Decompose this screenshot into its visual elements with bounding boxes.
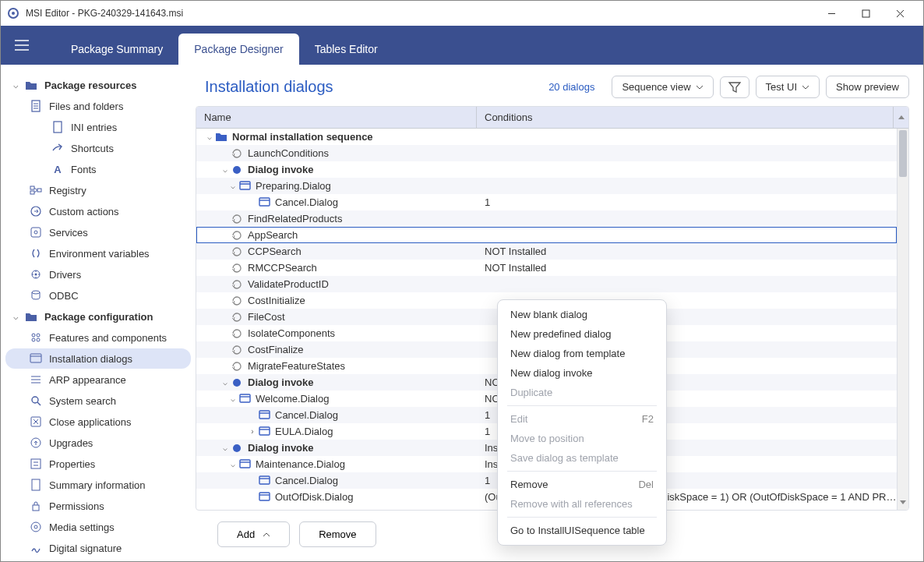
test-ui-button[interactable]: Test UI bbox=[756, 76, 820, 98]
grid-row[interactable]: ⌵Normal installation sequence bbox=[196, 129, 897, 145]
menu-new-predefined-dialog[interactable]: New predefined dialog bbox=[498, 324, 666, 344]
sidebar-item-registry[interactable]: Registry bbox=[5, 180, 191, 200]
row-name-label: Cancel.Dialog bbox=[275, 196, 338, 208]
grid-row[interactable]: RMCCPSearchNOT Installed bbox=[196, 260, 897, 276]
chevron-down-icon[interactable]: ⌵ bbox=[227, 182, 238, 190]
filter-icon bbox=[728, 82, 741, 93]
sidebar-item-permissions[interactable]: Permissions bbox=[5, 496, 191, 516]
action-icon bbox=[231, 278, 243, 291]
sidebar-item-files[interactable]: Files and folders bbox=[5, 96, 191, 116]
minimize-button[interactable] bbox=[814, 2, 848, 25]
sidebar-item-env[interactable]: Environment variables bbox=[5, 243, 191, 263]
chevron-down-icon[interactable]: ⌵ bbox=[220, 444, 231, 452]
scroll-down-button[interactable] bbox=[898, 497, 908, 510]
sidebar-item-fonts[interactable]: AFonts bbox=[5, 159, 191, 179]
sidebar-item-summary[interactable]: Summary information bbox=[5, 475, 191, 495]
grid-row[interactable]: AppSearch bbox=[196, 227, 897, 243]
row-name-label: Dialog invoke bbox=[248, 376, 314, 388]
menu-edit: EditF2 bbox=[498, 409, 666, 429]
column-header-conditions[interactable]: Conditions bbox=[477, 107, 893, 128]
grid-row[interactable]: Cancel.Dialog1 bbox=[196, 194, 897, 210]
sidebar-item-drivers[interactable]: Drivers bbox=[5, 264, 191, 285]
dialog-icon bbox=[238, 458, 251, 471]
sidebar-item-close-apps[interactable]: Close applications bbox=[5, 412, 191, 432]
sidebar-item-signature[interactable]: Digital signature bbox=[5, 538, 191, 558]
svg-rect-14 bbox=[30, 186, 34, 189]
dialog-icon bbox=[238, 393, 251, 405]
scroll-up-button[interactable] bbox=[893, 107, 908, 128]
menu-button[interactable] bbox=[7, 26, 37, 65]
action-icon bbox=[231, 295, 243, 307]
svg-point-56 bbox=[233, 379, 241, 387]
dialog-icon bbox=[258, 426, 270, 438]
close-button[interactable] bbox=[883, 2, 917, 25]
grid-row[interactable]: ⌵Preparing.Dialog bbox=[196, 178, 897, 194]
action-icon bbox=[231, 229, 243, 242]
column-header-name[interactable]: Name bbox=[196, 107, 477, 128]
row-name-label: OutOfDisk.Dialog bbox=[275, 491, 353, 503]
chevron-down-icon[interactable]: ⌵ bbox=[220, 165, 231, 174]
chevron-down-icon bbox=[696, 85, 704, 90]
menu-new-dialog-template[interactable]: New dialog from template bbox=[498, 344, 666, 363]
grid-row[interactable]: ⌵Dialog invoke bbox=[196, 161, 897, 178]
summary-icon bbox=[29, 478, 43, 492]
tab-package-designer[interactable]: Package Designer bbox=[178, 34, 298, 65]
close-apps-icon bbox=[29, 415, 43, 429]
show-preview-button[interactable]: Show preview bbox=[826, 76, 909, 98]
svg-rect-16 bbox=[37, 189, 41, 192]
maximize-button[interactable] bbox=[848, 2, 883, 25]
grid-row[interactable]: FindRelatedProducts bbox=[196, 210, 897, 227]
dialog-icon bbox=[238, 180, 251, 193]
sidebar-item-services[interactable]: Services bbox=[5, 222, 191, 242]
menu-new-blank-dialog[interactable]: New blank dialog bbox=[498, 305, 666, 324]
svg-rect-61 bbox=[259, 427, 270, 435]
row-name-label: LaunchConditions bbox=[248, 147, 329, 159]
sidebar-item-install-dialogs[interactable]: Installation dialogs bbox=[5, 348, 191, 369]
sidebar-item-shortcuts[interactable]: Shortcuts bbox=[5, 138, 191, 158]
shortcut-icon bbox=[51, 141, 65, 155]
sidebar-item-arp[interactable]: ARP appearance bbox=[5, 369, 191, 390]
menu-new-dialog-invoke[interactable]: New dialog invoke bbox=[498, 363, 666, 383]
scrollbar-thumb[interactable] bbox=[899, 130, 907, 177]
sidebar-item-upgrades[interactable]: Upgrades bbox=[5, 433, 191, 453]
row-name-label: EULA.Dialog bbox=[275, 426, 333, 437]
sidebar-item-search[interactable]: System search bbox=[5, 391, 191, 411]
grid-row[interactable]: ValidateProductID bbox=[196, 276, 897, 292]
lock-icon bbox=[29, 499, 43, 513]
sidebar-item-features[interactable]: Features and components bbox=[5, 327, 191, 348]
sequence-view-button[interactable]: Sequence view bbox=[612, 76, 713, 98]
sidebar-item-media[interactable]: Media settings bbox=[5, 517, 191, 537]
sidebar-item-custom-actions[interactable]: Custom actions bbox=[5, 201, 191, 221]
menu-remove[interactable]: RemoveDel bbox=[498, 475, 666, 494]
svg-point-23 bbox=[35, 274, 37, 276]
sidebar-group-config[interactable]: ⌵ Package configuration bbox=[5, 306, 191, 327]
row-name-label: Cancel.Dialog bbox=[275, 475, 338, 486]
scrollbar[interactable] bbox=[897, 129, 908, 510]
chevron-down-icon[interactable]: ⌵ bbox=[227, 394, 238, 403]
sidebar-item-properties[interactable]: Properties bbox=[5, 454, 191, 474]
action-icon bbox=[231, 246, 243, 258]
chevron-down-icon[interactable]: ⌵ bbox=[204, 133, 215, 141]
svg-point-30 bbox=[37, 334, 40, 337]
grid-row[interactable]: LaunchConditions bbox=[196, 145, 897, 161]
menu-goto-table[interactable]: Go to InstallUISequence table bbox=[498, 521, 666, 540]
menu-move: Move to position bbox=[498, 429, 666, 448]
chevron-down-icon[interactable]: ⌵ bbox=[220, 378, 231, 387]
sidebar-item-odbc[interactable]: ODBC bbox=[5, 285, 191, 306]
tab-tables-editor[interactable]: Tables Editor bbox=[299, 34, 393, 65]
sidebar-group-resources[interactable]: ⌵ Package resources bbox=[5, 75, 191, 95]
svg-rect-66 bbox=[259, 476, 270, 484]
tab-package-summary[interactable]: Package Summary bbox=[55, 34, 178, 65]
filter-button[interactable] bbox=[720, 76, 749, 98]
svg-point-31 bbox=[32, 338, 35, 341]
sidebar-item-ini[interactable]: INI entries bbox=[5, 117, 191, 137]
chevron-right-icon[interactable]: › bbox=[247, 427, 258, 436]
add-button[interactable]: Add bbox=[217, 521, 290, 547]
chevron-down-icon[interactable]: ⌵ bbox=[227, 460, 238, 468]
row-name-label: CostInitialize bbox=[248, 295, 305, 306]
circle-icon bbox=[231, 164, 243, 176]
font-icon: A bbox=[51, 162, 65, 176]
remove-button[interactable]: Remove bbox=[299, 521, 376, 547]
grid-row[interactable]: CCPSearchNOT Installed bbox=[196, 243, 897, 260]
svg-point-51 bbox=[233, 166, 241, 174]
